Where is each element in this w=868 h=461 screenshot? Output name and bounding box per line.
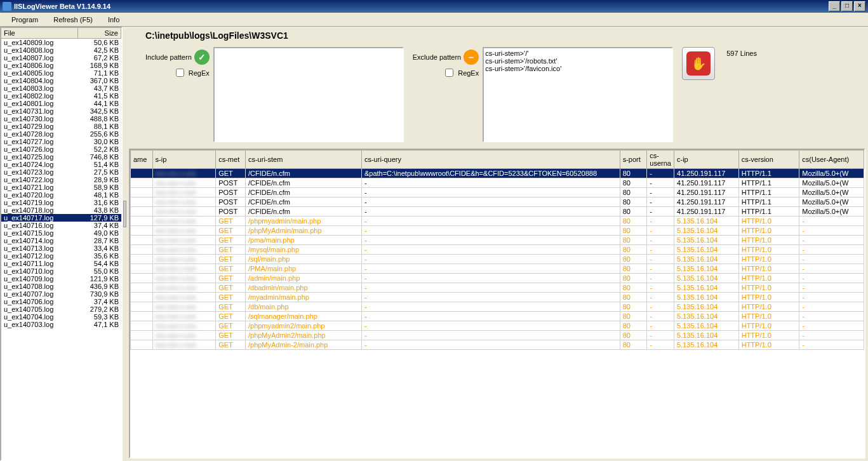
file-row[interactable]: u_ex140704.log59,3 KB [1,313,121,321]
col-header[interactable]: cs-met [216,150,246,169]
col-header[interactable]: s-ip [152,150,216,169]
log-row[interactable]: xxx.xxx.x.xxxGET/myadmin/main.php-80-5.1… [131,293,864,302]
file-row[interactable]: u_ex140709.log121,9 KB [1,275,121,283]
file-row[interactable]: u_ex140803.log43,7 KB [1,84,121,92]
file-row[interactable]: u_ex140804.log367,0 KB [1,77,121,84]
exclude-regex-checkbox[interactable]: RegEx [445,69,479,77]
minimize-button[interactable]: _ [829,1,840,11]
file-row[interactable]: u_ex140705.log279,2 KB [1,305,121,313]
minus-icon: – [464,50,479,65]
file-row[interactable]: u_ex140721.log58,9 KB [1,184,121,191]
include-regex-checkbox[interactable]: RegEx [176,69,210,77]
col-header[interactable]: cs(User-Agent) [799,150,864,169]
menu-program[interactable]: Program [4,15,46,25]
include-label: Include pattern [145,53,192,61]
exclude-label: Exclude pattern [413,53,461,61]
file-row[interactable]: u_ex140712.log35,6 KB [1,252,121,260]
file-row[interactable]: u_ex140714.log28,7 KB [1,237,121,244]
col-header[interactable]: ame [131,150,153,169]
app-icon [3,2,11,11]
file-row[interactable]: u_ex140710.log55,0 KB [1,267,121,275]
exclude-filter: Exclude pattern – RegEx [413,47,673,142]
log-row[interactable]: xxx.xxx.x.xxxGET/phpmyadmin/main.php-80-… [131,217,864,226]
file-row[interactable]: u_ex140713.log33,4 KB [1,244,121,252]
col-header[interactable]: s-port [620,150,647,169]
col-size[interactable]: Size [78,28,121,38]
file-row[interactable]: u_ex140711.log54,4 KB [1,260,121,267]
menu-bar: Program Refresh (F5) Info [0,13,868,27]
col-header[interactable]: c-ip [674,150,739,169]
file-row[interactable]: u_ex140706.log37,4 KB [1,298,121,305]
menu-info[interactable]: Info [100,15,127,25]
log-grid[interactable]: ames-ipcs-metcs-uri-stemcs-uri-querys-po… [129,149,865,458]
log-row[interactable]: xxx.xxx.x.xxxPOST/CFIDE/n.cfm-80-41.250.… [131,197,864,207]
col-header[interactable]: cs-version [738,150,799,169]
col-header[interactable]: cs-uri-query [361,150,620,169]
current-path: C:\inetpub\logs\LogFiles\W3SVC1 [126,27,868,44]
log-row[interactable]: xxx.xxx.x.xxxGET/dbadmin/main.php-80-5.1… [131,283,864,293]
log-row[interactable]: xxx.xxx.x.xxxPOST/CFIDE/n.cfm-80-41.250.… [131,207,864,217]
file-row[interactable]: u_ex140802.log41,5 KB [1,92,121,100]
splitter[interactable] [123,27,126,461]
close-button[interactable]: × [854,1,865,11]
file-row[interactable]: u_ex140724.log51,4 KB [1,161,121,168]
check-icon: ✓ [194,50,210,65]
window-title: IISLogViewer Beta V1.14.9.14 [14,3,827,10]
log-row[interactable]: xxx.xxx.x.xxxGET/CFIDE/n.cfm&path=C:\ine… [131,169,864,178]
log-row[interactable]: xxx.xxx.x.xxxGET/PMA/main.php-80-5.135.1… [131,264,864,274]
log-row[interactable]: xxx.xxx.x.xxxPOST/CFIDE/n.cfm-80-41.250.… [131,188,864,197]
log-row[interactable]: xxx.xxx.x.xxxGET/phpMyAdmin-2/main.php-8… [131,340,864,350]
file-row[interactable]: u_ex140720.log48,1 KB [1,191,121,199]
file-row[interactable]: u_ex140731.log342,5 KB [1,107,121,115]
log-row[interactable]: xxx.xxx.x.xxxGET/pma/main.php-80-5.135.1… [131,236,864,245]
file-row[interactable]: u_ex140801.log44,1 KB [1,100,121,107]
file-row[interactable]: u_ex140715.log49,0 KB [1,229,121,237]
log-row[interactable]: xxx.xxx.x.xxxGET/db/main.php-80-5.135.16… [131,302,864,312]
file-row[interactable]: u_ex140703.log47,1 KB [1,321,121,328]
log-row[interactable]: xxx.xxx.x.xxxPOST/CFIDE/n.cfm-80-41.250.… [131,178,864,188]
log-row[interactable]: xxx.xxx.x.xxxGET/admin/main.php-80-5.135… [131,274,864,283]
file-row[interactable]: u_ex140716.log37,4 KB [1,222,121,229]
title-bar: IISLogViewer Beta V1.14.9.14 _ □ × [0,0,868,13]
file-row[interactable]: u_ex140729.log88,1 KB [1,123,121,130]
log-row[interactable]: xxx.xxx.x.xxxGET/sql/main.php-80-5.135.1… [131,255,864,264]
log-row[interactable]: xxx.xxx.x.xxxGET/phpMyAdmin/main.php-80-… [131,226,864,236]
file-row[interactable]: u_ex140805.log71,1 KB [1,69,121,77]
file-list-header: File Size [1,28,121,39]
col-header[interactable]: cs-uri-stem [245,150,361,169]
file-row[interactable]: u_ex140808.log42,5 KB [1,46,121,54]
file-row[interactable]: u_ex140717.log127,9 KB [1,214,121,222]
file-row[interactable]: u_ex140728.log255,6 KB [1,130,121,138]
file-row[interactable]: u_ex140809.log50,6 KB [1,39,121,46]
file-row[interactable]: u_ex140726.log52,2 KB [1,145,121,153]
line-count: 597 Lines [724,47,759,60]
file-list[interactable]: File Size u_ex140809.log50,6 KBu_ex14080… [0,27,123,461]
file-row[interactable]: u_ex140708.log436,9 KB [1,283,121,290]
log-row[interactable]: xxx.xxx.x.xxxGET/phpmyadmin2/main.php-80… [131,321,864,331]
file-row[interactable]: u_ex140707.log730,9 KB [1,290,121,298]
file-row[interactable]: u_ex140722.log28,9 KB [1,176,121,184]
file-row[interactable]: u_ex140718.log43,8 KB [1,206,121,214]
log-row[interactable]: xxx.xxx.x.xxxGET/phpMyAdmin2/main.php-80… [131,331,864,340]
col-file[interactable]: File [1,28,78,38]
maximize-button[interactable]: □ [841,1,853,11]
file-row[interactable]: u_ex140806.log168,9 KB [1,62,121,69]
log-row[interactable]: xxx.xxx.x.xxxGET/sqlmanager/main.php-80-… [131,312,864,321]
file-row[interactable]: u_ex140723.log27,5 KB [1,168,121,176]
file-row[interactable]: u_ex140730.log488,8 KB [1,115,121,123]
menu-refresh[interactable]: Refresh (F5) [46,15,100,25]
hand-icon: ✋ [686,51,711,76]
file-row[interactable]: u_ex140807.log67,2 KB [1,54,121,62]
include-pattern-input[interactable] [213,47,404,142]
col-header[interactable]: cs-userna [647,150,674,169]
log-row[interactable]: xxx.xxx.x.xxxGET/mysql/main.php-80-5.135… [131,245,864,255]
file-row[interactable]: u_ex140727.log30,0 KB [1,138,121,145]
file-row[interactable]: u_ex140719.log31,6 KB [1,199,121,206]
exclude-pattern-input[interactable] [483,47,673,142]
include-filter: Include pattern ✓ RegEx [145,47,404,142]
file-row[interactable]: u_ex140725.log746,8 KB [1,153,121,161]
stop-button[interactable]: ✋ [682,47,715,80]
